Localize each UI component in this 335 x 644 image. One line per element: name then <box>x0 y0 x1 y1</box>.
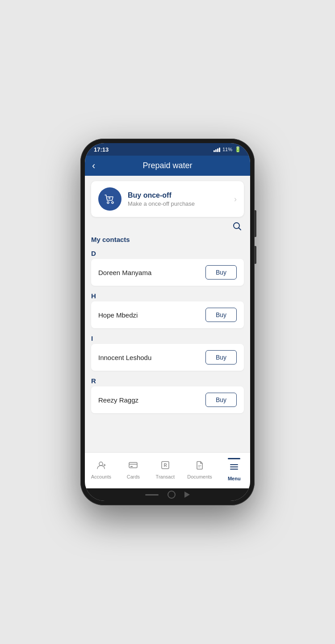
svg-point-3 <box>99 462 103 466</box>
menu-active-indicator <box>228 458 240 459</box>
status-icons: 11% 🔋 <box>214 146 241 153</box>
back-button[interactable]: ‹ <box>92 160 95 172</box>
buy-once-off-text: Buy once-off Make a once-off purchase <box>128 191 234 207</box>
svg-point-0 <box>107 202 109 203</box>
cart-icon <box>104 193 116 205</box>
contact-row: Doreen ManyamaBuy <box>91 259 244 286</box>
menu-label: Menu <box>228 476 241 481</box>
contact-buy-button[interactable]: Buy <box>205 265 237 280</box>
documents-icon <box>195 460 205 472</box>
nav-item-menu[interactable]: Menu <box>221 456 247 483</box>
back-btn[interactable] <box>184 491 190 498</box>
letter-group-h: HHope MbedziBuy <box>91 289 244 328</box>
page-title: Prepaid water <box>142 161 192 170</box>
letter-group-i: IInnocent LeshoduBuy <box>91 332 244 371</box>
letter-group-r: RReezy RaggzBuy <box>91 374 244 413</box>
contact-name: Doreen Manyama <box>98 269 151 276</box>
letter-label-h: H <box>91 289 244 301</box>
nav-item-cards[interactable]: Cards <box>120 458 147 481</box>
status-bar: 17:13 11% 🔋 <box>85 143 250 156</box>
phone-screen: 17:13 11% 🔋 ‹ Prepaid water <box>85 143 250 501</box>
signal-icon <box>214 147 220 152</box>
letter-group-d: DDoreen ManyamaBuy <box>91 247 244 286</box>
contact-buy-button[interactable]: Buy <box>205 308 237 322</box>
contact-buy-button[interactable]: Buy <box>205 350 237 364</box>
nav-item-accounts[interactable]: Accounts <box>88 458 115 481</box>
svg-rect-4 <box>129 462 137 468</box>
home-indicator <box>85 488 250 501</box>
accounts-label: Accounts <box>91 474 111 479</box>
contact-row: Hope MbedziBuy <box>91 301 244 328</box>
accounts-icon <box>96 460 106 472</box>
battery-icon: 🔋 <box>234 146 241 153</box>
search-icon <box>232 221 242 231</box>
nav-item-transact[interactable]: R Transact <box>152 458 179 481</box>
nav-item-documents[interactable]: Documents <box>184 458 216 481</box>
search-row <box>91 221 244 234</box>
transact-label: Transact <box>156 474 175 479</box>
svg-point-1 <box>112 202 113 203</box>
letter-label-d: D <box>91 247 244 259</box>
buy-once-off-icon-container <box>98 187 121 211</box>
buy-once-off-card[interactable]: Buy once-off Make a once-off purchase › <box>91 181 244 217</box>
contacts-list: DDoreen ManyamaBuyHHope MbedziBuyIInnoce… <box>91 247 244 413</box>
contact-buy-button[interactable]: Buy <box>205 393 237 407</box>
cards-icon <box>128 460 138 472</box>
status-time: 17:13 <box>94 146 109 153</box>
contact-row: Reezy RaggzBuy <box>91 386 244 413</box>
contact-name: Reezy Raggz <box>98 396 138 404</box>
battery-level: 11% <box>222 147 232 152</box>
buy-once-off-subtitle: Make a once-off purchase <box>128 200 234 207</box>
bottom-nav: Accounts Cards R <box>85 452 250 488</box>
svg-rect-5 <box>130 466 133 467</box>
home-btn[interactable] <box>168 491 176 499</box>
buy-once-off-title: Buy once-off <box>128 191 234 199</box>
recent-apps-btn[interactable] <box>145 494 159 496</box>
contact-name: Hope Mbedzi <box>98 311 138 319</box>
contact-row: Innocent LeshoduBuy <box>91 344 244 371</box>
transact-icon: R <box>160 460 170 472</box>
search-button[interactable] <box>232 221 242 234</box>
letter-label-i: I <box>91 332 244 344</box>
documents-label: Documents <box>187 474 212 479</box>
app-header: ‹ Prepaid water <box>85 156 250 176</box>
svg-text:R: R <box>163 463 167 468</box>
cards-label: Cards <box>127 474 140 479</box>
contact-name: Innocent Leshodu <box>98 354 151 361</box>
contacts-section-header: My contacts <box>91 236 244 243</box>
letter-label-r: R <box>91 374 244 386</box>
chevron-right-icon: › <box>234 195 237 204</box>
content-area: Buy once-off Make a once-off purchase › … <box>85 176 250 452</box>
menu-icon <box>229 462 239 474</box>
phone-device: 17:13 11% 🔋 ‹ Prepaid water <box>80 139 255 505</box>
